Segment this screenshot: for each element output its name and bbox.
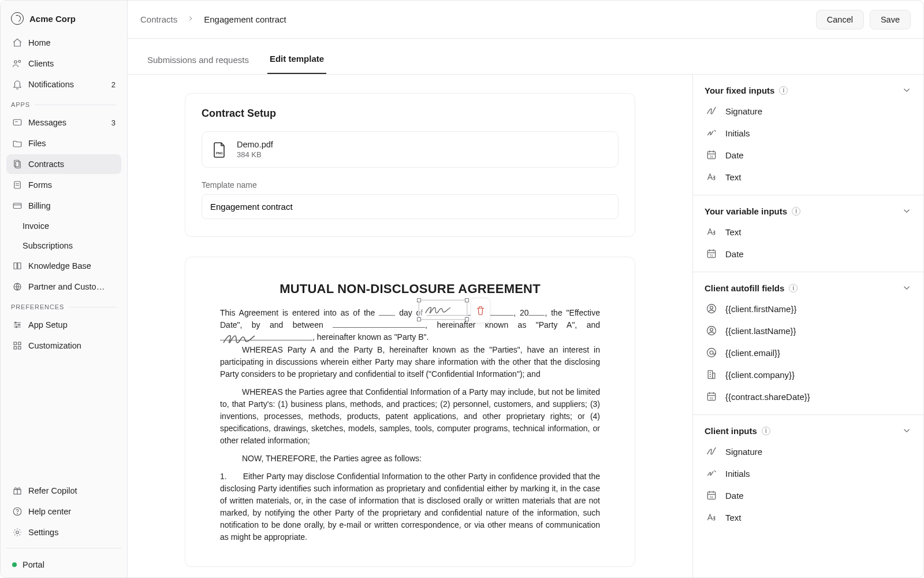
signature-icon [706,446,717,457]
sidebar-item-label: Refer Copilot [28,486,116,495]
sidebar-item-settings[interactable]: Settings [6,523,121,542]
brand[interactable]: Acme Corp [6,9,121,33]
chevron-down-icon[interactable] [901,85,912,95]
forms-icon [12,180,23,190]
field-client-firstname[interactable]: {{client.firstName}} [705,298,912,320]
panel-header[interactable]: Client inputsi [705,423,912,440]
main-content: Contract Setup PNG Demo.pdf 384 KB Templ… [128,75,692,577]
sidebar-item-label: Notifications [28,80,106,89]
signature-icon [706,105,717,117]
sidebar-item-customization[interactable]: Customization [6,336,121,355]
sidebar-item-knowledge-base[interactable]: Knowledge Base [6,256,121,276]
home-icon [12,38,23,48]
sidebar-item-label: Portal [23,560,44,569]
uploaded-file-row[interactable]: PNG Demo.pdf 384 KB [202,131,619,168]
field-contract-sharedate[interactable]: 31{{contract.shareDate}} [705,386,912,407]
sidebar-item-label: Help center [28,507,116,516]
globe-icon [12,281,23,292]
field-date[interactable]: 31Date [705,144,912,166]
sidebar-item-label: Messages [28,118,106,127]
svg-text:31: 31 [710,155,713,158]
chevron-down-icon[interactable] [901,283,912,293]
field-initials[interactable]: Initials [705,462,912,484]
message-icon [12,117,23,128]
sidebar-item-label: Home [28,38,116,47]
field-text[interactable]: Text [705,506,912,528]
sidebar-item-label: Customization [28,341,116,350]
user-icon [706,325,717,336]
field-client-lastname[interactable]: {{client.lastName}} [705,320,912,342]
field-initials[interactable]: Initials [705,122,912,144]
chevron-right-icon [187,14,195,24]
field-text[interactable]: Text [705,221,912,243]
sidebar-item-notifications[interactable]: Notifications 2 [6,75,121,94]
sidebar-item-help[interactable]: Help center [6,502,121,521]
sidebar-item-billing[interactable]: Billing [6,196,121,216]
field-signature[interactable]: Signature [705,100,912,122]
panel-header[interactable]: Client autofill fieldsi [705,280,912,298]
info-icon[interactable]: i [762,427,770,435]
status-dot-icon [12,562,17,567]
svg-text:31: 31 [710,254,713,257]
svg-text:31: 31 [710,397,713,400]
sidebar-item-label: Settings [28,528,116,537]
sidebar-item-label: Files [28,139,116,148]
sidebar-item-invoice[interactable]: Invoice [6,217,121,235]
info-icon[interactable]: i [789,284,798,292]
book-icon [12,261,23,271]
brand-name: Acme Corp [29,14,76,24]
sidebar-item-files[interactable]: Files [6,134,121,153]
svg-rect-13 [14,347,17,350]
field-signature[interactable]: Signature [705,440,912,462]
sidebar-item-label: Subscriptions [23,241,116,250]
sidebar-item-label: Invoice [23,221,116,231]
info-icon[interactable]: i [792,207,800,216]
sidebar-item-label: Billing [28,201,116,210]
sidebar-section-preferences: PREFERENCES [6,298,121,314]
sidebar-item-partner[interactable]: Partner and Custo… [6,277,121,297]
field-text[interactable]: Text [705,166,912,188]
tab-edit-template[interactable]: Edit template [267,43,326,74]
calendar-icon: 31 [706,391,717,402]
sidebar-item-portal[interactable]: Portal [6,554,121,572]
sidebar-item-app-setup[interactable]: App Setup [6,315,121,335]
svg-text:PNG: PNG [216,151,223,155]
sidebar-item-subscriptions[interactable]: Subscriptions [6,236,121,255]
sidebar-item-home[interactable]: Home [6,33,121,53]
panel-section-fixed: Your fixed inputsi Signature Initials 31… [693,75,923,195]
sidebar-item-label: Forms [28,180,116,190]
breadcrumb-root[interactable]: Contracts [140,14,177,24]
svg-point-29 [710,351,713,354]
sidebar-item-forms[interactable]: Forms [6,175,121,195]
field-date[interactable]: 31Date [705,243,912,265]
field-date[interactable]: 31Date [705,484,912,506]
delete-field-button[interactable] [471,298,490,323]
svg-point-28 [707,349,716,357]
chevron-down-icon[interactable] [901,425,912,436]
svg-point-18 [16,531,19,534]
sidebar-item-refer[interactable]: Refer Copilot [6,481,121,501]
panel-header[interactable]: Your variable inputsi [705,203,912,221]
info-icon[interactable]: i [779,86,788,95]
field-client-company[interactable]: {{client.company}} [705,364,912,386]
brand-logo-icon [11,12,24,25]
chevron-down-icon[interactable] [901,206,912,216]
save-button[interactable]: Save [870,10,911,29]
sidebar-item-clients[interactable]: Clients [6,54,121,73]
svg-rect-14 [18,347,21,350]
tab-submissions[interactable]: Submissions and requests [145,45,251,74]
sidebar-section-apps: APPS [6,95,121,112]
cancel-button[interactable]: Cancel [816,10,864,29]
sidebar-item-contracts[interactable]: Contracts [6,154,121,174]
panel-header[interactable]: Your fixed inputsi [705,83,912,100]
template-name-input[interactable] [202,194,619,219]
document-preview[interactable]: MUTUAL NON-DISCLOSURE AGREEMENT This Agr… [185,257,635,567]
sidebar-item-label: Knowledge Base [28,261,116,271]
svg-point-1 [18,60,21,62]
svg-text:31: 31 [710,495,713,499]
field-client-email[interactable]: {{client.email}} [705,342,912,364]
svg-rect-5 [14,181,21,188]
inputs-panel: Your fixed inputsi Signature Initials 31… [692,75,923,577]
sidebar-item-messages[interactable]: Messages 3 [6,113,121,132]
topbar: Contracts Engagement contract Cancel Sav… [128,1,923,39]
